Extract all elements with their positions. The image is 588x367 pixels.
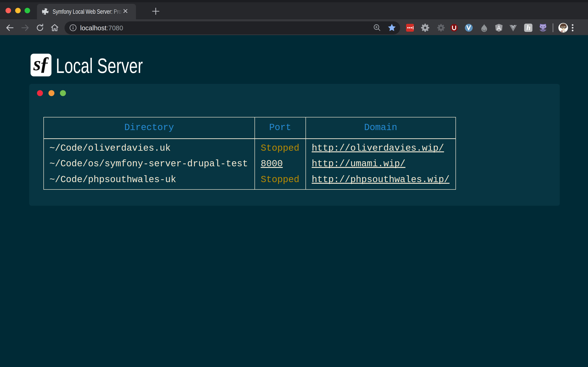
svg-text:h: h [527,23,531,32]
